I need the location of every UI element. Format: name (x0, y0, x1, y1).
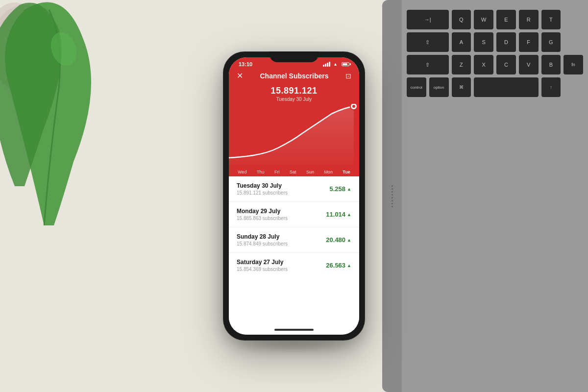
item-info: Sunday 28 July 15.874.849 subscribers (237, 233, 288, 246)
phone-notch (270, 51, 318, 62)
item-info: Monday 29 July 15.885.863 subscribers (237, 208, 288, 221)
phone-shadow (233, 341, 355, 350)
keyboard-area: →| Q W E R T ⇧ A S D F G ⇧ Z X C V B fn … (402, 0, 588, 392)
key-f: F (519, 32, 539, 52)
wifi-icon: ▲ (333, 62, 338, 67)
key-z: Z (452, 55, 471, 74)
item-subtitle: 15.885.863 subscribers (237, 216, 288, 221)
camera-icon[interactable]: ⊡ (345, 72, 351, 80)
list-item[interactable]: Saturday 27 July 15.854.369 subscribers … (229, 253, 359, 278)
chart-day-labels: Wed Thu Fri Sat Sun Mon Tue (229, 168, 359, 176)
item-value: 5.258 (330, 185, 346, 193)
app-title: Channel Subscribers (260, 72, 328, 80)
svg-point-4 (352, 105, 355, 108)
list-item[interactable]: Monday 29 July 15.885.863 subscribers 11… (229, 202, 359, 227)
battery-icon (342, 62, 349, 66)
key-fn: fn (564, 55, 583, 74)
key-b: B (541, 55, 561, 74)
list-item[interactable]: Sunday 28 July 15.874.849 subscribers 20… (229, 227, 359, 253)
item-value-group: 5.258 ▲ (330, 185, 351, 193)
key-c: C (496, 55, 516, 74)
close-button[interactable]: ✕ (237, 72, 243, 80)
key-e: E (496, 10, 516, 29)
key-d: D (496, 32, 516, 52)
item-subtitle: 15.854.369 subscribers (237, 267, 288, 272)
trend-up-icon: ▲ (347, 238, 351, 243)
item-value-group: 20.480 ▲ (326, 236, 351, 244)
item-title: Sunday 28 July (237, 233, 288, 240)
chart-stats: 15.891.121 Tuesday 30 July (229, 86, 359, 104)
item-title: Saturday 27 July (237, 259, 288, 266)
day-wed: Wed (238, 170, 246, 174)
key-g: G (541, 32, 561, 52)
key-v: V (519, 55, 539, 74)
key-x: X (474, 55, 493, 74)
key-s: S (474, 32, 493, 52)
scene: →| Q W E R T ⇧ A S D F G ⇧ Z X C V B fn … (0, 0, 588, 392)
trend-up-icon: ▲ (347, 212, 351, 217)
key-space (474, 77, 538, 97)
status-time: 13:10 (239, 61, 252, 67)
day-fri: Fri (274, 170, 280, 174)
item-value-group: 26.563 ▲ (326, 262, 351, 269)
key-option: option (429, 77, 449, 97)
home-indicator (229, 326, 359, 335)
key-t: T (541, 10, 561, 29)
day-tue[interactable]: Tue (343, 170, 350, 174)
trend-up-icon: ▲ (347, 187, 351, 192)
app-header: ✕ Channel Subscribers ⊡ (229, 69, 359, 84)
key-shift: ⇧ (407, 55, 449, 74)
subscribers-list: Tuesday 30 July 15.891.121 subscribers 5… (229, 176, 359, 326)
key-w: W (474, 10, 493, 29)
chart-graph[interactable] (229, 104, 359, 168)
key-caps: ⇧ (407, 32, 449, 52)
key-q: Q (452, 10, 471, 29)
main-subscriber-count: 15.891.121 (229, 86, 359, 96)
status-icons: ▲ (323, 62, 349, 67)
item-info: Tuesday 30 July 15.891.121 subscribers (237, 182, 288, 196)
day-mon: Mon (324, 170, 333, 174)
trend-up-icon: ▲ (347, 263, 351, 268)
list-item[interactable]: Tuesday 30 July 15.891.121 subscribers 5… (229, 176, 359, 202)
key-control: control (407, 77, 426, 97)
plant-decoration (0, 0, 122, 235)
home-bar (274, 329, 314, 331)
item-info: Saturday 27 July 15.854.369 subscribers (237, 259, 288, 272)
item-value: 11.014 (326, 211, 345, 218)
key-arrow-up: ↑ (541, 77, 561, 97)
laptop-speaker (382, 0, 402, 392)
key-r: R (519, 10, 539, 29)
day-sat: Sat (290, 170, 296, 174)
chart-area: 15.891.121 Tuesday 30 July (229, 84, 359, 176)
key-cmd: ⌘ (452, 77, 471, 97)
main-date: Tuesday 30 July (229, 97, 359, 102)
key-a: A (452, 32, 471, 52)
item-title: Monday 29 July (237, 208, 288, 215)
laptop: →| Q W E R T ⇧ A S D F G ⇧ Z X C V B fn … (382, 0, 588, 392)
phone-screen: 13:10 ▲ (229, 57, 359, 335)
key-tab: →| (407, 10, 449, 29)
day-thu: Thu (257, 170, 265, 174)
day-sun: Sun (306, 170, 314, 174)
item-subtitle: 15.874.849 subscribers (237, 241, 288, 246)
phone: 13:10 ▲ (223, 51, 365, 341)
item-value: 20.480 (326, 236, 345, 244)
item-title: Tuesday 30 July (237, 182, 288, 189)
item-value-group: 11.014 ▲ (326, 211, 351, 218)
item-value: 26.563 (326, 262, 345, 269)
phone-wrapper: 13:10 ▲ (223, 51, 365, 341)
signal-icon (323, 62, 330, 67)
item-subtitle: 15.891.121 subscribers (237, 190, 288, 196)
